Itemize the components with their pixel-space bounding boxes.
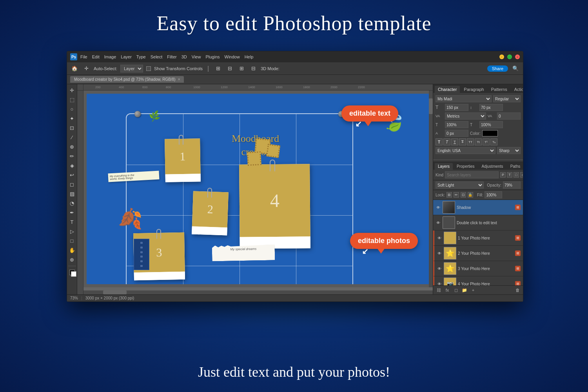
move-tool-icon[interactable]: ✛: [82, 64, 91, 73]
menu-file[interactable]: File: [80, 54, 87, 59]
lock-artboards[interactable]: ⊡: [461, 192, 466, 198]
add-mask-button[interactable]: ◻: [453, 287, 459, 293]
brush-tool[interactable]: ✏: [68, 152, 76, 160]
font-family-select[interactable]: Ms Madi: [436, 95, 492, 102]
layer-filter-text[interactable]: T: [507, 172, 512, 178]
home-icon[interactable]: 🏠: [70, 64, 79, 73]
doc-tab-close[interactable]: ×: [178, 77, 180, 82]
polaroid-4[interactable]: 4: [239, 164, 310, 249]
delete-layer-button[interactable]: 🗑: [514, 287, 521, 293]
strikethrough-button[interactable]: T̶: [459, 138, 466, 145]
dodge-tool[interactable]: ◔: [68, 199, 76, 207]
menu-type[interactable]: Type: [136, 54, 146, 59]
polaroid-2[interactable]: 2: [192, 191, 229, 235]
menu-window[interactable]: Window: [225, 54, 240, 59]
tab-paragraph[interactable]: Paragraph: [461, 86, 487, 93]
font-style-select[interactable]: Regular: [493, 95, 521, 102]
tracking-input[interactable]: [497, 113, 521, 120]
layer-shadow[interactable]: 👁 Shadow ⛓: [433, 200, 523, 215]
layer-photo-3[interactable]: 👁 ⭐ 3 Your Photo Here ⛓: [433, 261, 523, 276]
history-brush-tool[interactable]: ↩: [68, 171, 76, 179]
canvas-image[interactable]: Moodboard creator 🌿 🍃 My everything in t…: [87, 94, 430, 284]
link-layers-button[interactable]: ⛓: [436, 287, 442, 293]
tab-patterns[interactable]: Patterns: [488, 86, 510, 93]
leading-input[interactable]: [479, 104, 503, 111]
hand-tool[interactable]: ✋: [68, 246, 76, 254]
layer-eye-edit-text[interactable]: 👁: [436, 220, 441, 225]
scrollbar-horizontal[interactable]: [83, 290, 433, 294]
kerning-select[interactable]: Metrics: [445, 113, 486, 120]
layer-link-photo-1[interactable]: ⛓: [515, 235, 521, 241]
lock-all[interactable]: 🔒: [468, 192, 473, 198]
magic-wand-tool[interactable]: ✦: [68, 114, 76, 123]
menu-3d[interactable]: 3D: [181, 54, 187, 59]
close-button[interactable]: ×: [515, 54, 520, 59]
menu-select[interactable]: Select: [151, 54, 163, 59]
lasso-tool[interactable]: ○: [68, 105, 76, 113]
tab-properties[interactable]: Properties: [454, 163, 478, 170]
align-left-icon[interactable]: ⊞: [214, 64, 222, 73]
gradient-tool[interactable]: ▨: [68, 189, 76, 198]
show-transform-checkbox[interactable]: [146, 66, 151, 71]
lock-pixel[interactable]: ⊞: [446, 192, 452, 198]
foreground-bg-color[interactable]: [68, 268, 76, 277]
menu-layer[interactable]: Layer: [121, 54, 132, 59]
select-tool[interactable]: ⬚: [68, 95, 76, 104]
layer-link-photo-3[interactable]: ⛓: [515, 266, 521, 271]
layer-eye-photo-1[interactable]: 👁: [437, 235, 442, 241]
layer-filter-smart[interactable]: ◇: [520, 172, 523, 178]
tab-character[interactable]: Character: [435, 86, 460, 93]
superscript-button[interactable]: T¹: [483, 138, 490, 145]
align-right-icon[interactable]: ⊞: [237, 64, 246, 73]
layer-filter-shape[interactable]: □: [514, 172, 519, 178]
search-icon[interactable]: 🔍: [511, 64, 520, 73]
small-caps-button[interactable]: Tt: [475, 138, 482, 145]
canvas-area[interactable]: 200 400 600 800 1000 1200 1400 1600 1800…: [77, 84, 433, 294]
layer-eye-photo-3[interactable]: 👁: [437, 266, 442, 271]
polaroid-1[interactable]: 1: [165, 138, 201, 182]
layer-link-shadow[interactable]: ⛓: [515, 205, 521, 210]
shape-tool[interactable]: □: [68, 236, 76, 245]
eyedropper-tool[interactable]: ⁄: [68, 133, 76, 142]
move-tool[interactable]: ✛: [68, 86, 76, 94]
layer-photo-1[interactable]: 👁 1 Your Photo Here ⛓: [433, 230, 523, 246]
opacity-input[interactable]: [503, 181, 521, 189]
type-tool[interactable]: T: [68, 218, 76, 226]
layer-eye-photo-2[interactable]: 👁: [437, 250, 442, 256]
layers-search-input[interactable]: [445, 171, 499, 178]
anti-alias-select[interactable]: Sharp: [497, 147, 521, 154]
baseline-input[interactable]: [445, 130, 468, 137]
new-group-button[interactable]: 📁: [461, 287, 468, 293]
menu-plugins[interactable]: Plugins: [205, 54, 220, 59]
new-layer-button[interactable]: +: [470, 287, 476, 293]
clone-tool[interactable]: ◈: [68, 161, 76, 170]
align-center-icon[interactable]: ⊟: [225, 64, 234, 73]
layer-link-photo-2[interactable]: ⛓: [515, 250, 521, 256]
blend-mode-select[interactable]: Soft Light: [436, 181, 484, 189]
layer-eye-shadow[interactable]: 👁: [436, 205, 441, 210]
share-button[interactable]: Share: [487, 65, 508, 72]
crop-tool[interactable]: ⊡: [68, 123, 76, 132]
eraser-tool[interactable]: ◻: [68, 180, 76, 189]
auto-select-dropdown[interactable]: Layer: [120, 65, 143, 73]
bold-button[interactable]: T: [436, 138, 443, 145]
tab-adjustments[interactable]: Adjustments: [479, 163, 506, 170]
menu-edit[interactable]: Edit: [92, 54, 100, 59]
subscript-button[interactable]: T₁: [490, 138, 497, 145]
scale-v-input[interactable]: [479, 121, 503, 128]
maximize-button[interactable]: □: [507, 54, 512, 59]
layer-photo-2[interactable]: 👁 ⭐ 2 Your Photo Here ⛓: [433, 246, 523, 261]
lock-position[interactable]: ✏: [454, 192, 459, 198]
healing-tool[interactable]: ⊕: [68, 142, 76, 151]
menu-image[interactable]: Image: [104, 54, 116, 59]
minimize-button[interactable]: −: [499, 54, 504, 59]
tab-paths[interactable]: Paths: [507, 163, 523, 170]
scale-h-input[interactable]: [445, 121, 468, 128]
layer-eye-photo-4[interactable]: 👁: [437, 281, 442, 285]
underline-button[interactable]: T: [451, 138, 458, 145]
menu-filter[interactable]: Filter: [167, 54, 176, 59]
pen-tool[interactable]: ✒: [68, 208, 76, 217]
color-swatch[interactable]: [482, 130, 498, 136]
scrollbar-vertical[interactable]: [429, 91, 433, 287]
italic-button[interactable]: T: [443, 138, 450, 145]
